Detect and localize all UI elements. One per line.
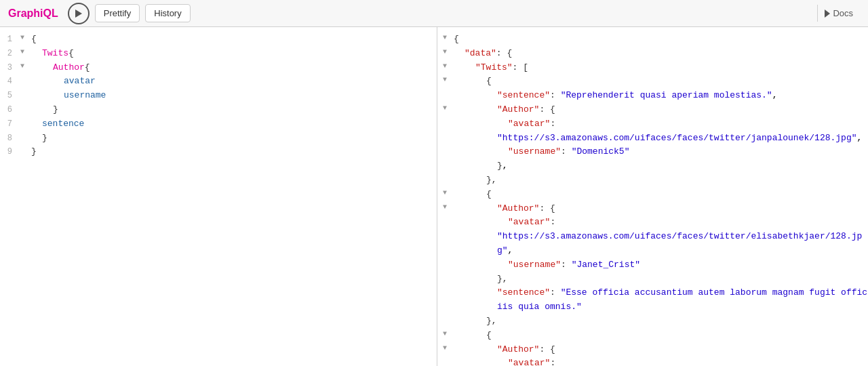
- query-line-1: 1 ▼ {: [0, 33, 437, 47]
- result-line: },: [437, 174, 868, 188]
- query-line-5: 5 username: [0, 89, 437, 103]
- result-line: "avatar":: [437, 357, 868, 366]
- query-line-2: 2 ▼ Twits{: [0, 47, 437, 61]
- query-line-6: 6 }: [0, 103, 437, 117]
- result-line: "sentence": "Esse officia accusantium au…: [437, 286, 868, 314]
- result-line: },: [437, 272, 868, 287]
- result-line: ▼ "Twits": [: [437, 61, 868, 75]
- docs-label: Docs: [833, 8, 853, 18]
- query-line-3: 3 ▼ Author{: [0, 61, 437, 75]
- svg-marker-1: [825, 9, 830, 18]
- result-line: ▼ "Author": {: [437, 343, 868, 357]
- query-line-8: 8 }: [0, 131, 437, 146]
- query-editor[interactable]: 1 ▼ { 2 ▼ Twits{ 3 ▼ Author{ 4 avatar 5 …: [0, 27, 437, 366]
- main-content: 1 ▼ { 2 ▼ Twits{ 3 ▼ Author{ 4 avatar 5 …: [0, 27, 868, 366]
- result-line: "username": "Domenick5": [437, 145, 868, 159]
- result-panel[interactable]: ▼ { ▼ "data": { ▼ "Twits": [ ▼ { "senten…: [437, 27, 868, 366]
- run-button[interactable]: [68, 3, 90, 24]
- result-line: "sentence": "Reprehenderit quasi aperiam…: [437, 89, 868, 103]
- result-line: ▼ {: [437, 329, 868, 343]
- query-line-7: 7 sentence: [0, 117, 437, 131]
- docs-button[interactable]: Docs: [817, 5, 860, 22]
- result-line: "avatar":: [437, 216, 868, 230]
- toolbar: GraphiQL Prettify History Docs: [0, 0, 868, 27]
- prettify-button[interactable]: Prettify: [95, 4, 140, 22]
- svg-marker-0: [75, 9, 82, 18]
- result-line: ▼ "Author": {: [437, 103, 868, 117]
- logo: GraphiQL: [8, 7, 58, 20]
- result-line: ▼ "Author": {: [437, 202, 868, 216]
- result-line: ▼ "data": {: [437, 47, 868, 61]
- query-line-4: 4 avatar: [0, 75, 437, 89]
- history-button[interactable]: History: [145, 4, 190, 22]
- result-line: "username": "Janet_Crist": [437, 258, 868, 272]
- result-line: "avatar":: [437, 117, 868, 131]
- result-line: ▼ {: [437, 188, 868, 202]
- query-line-9: 9 }: [0, 145, 437, 159]
- result-line: "https://s3.amazonaws.com/uifaces/faces/…: [437, 131, 868, 146]
- result-line: ▼ {: [437, 33, 868, 47]
- result-line: "https://s3.amazonaws.com/uifaces/faces/…: [437, 230, 868, 258]
- result-line: },: [437, 159, 868, 174]
- result-line: ▼ {: [437, 75, 868, 89]
- result-line: },: [437, 314, 868, 329]
